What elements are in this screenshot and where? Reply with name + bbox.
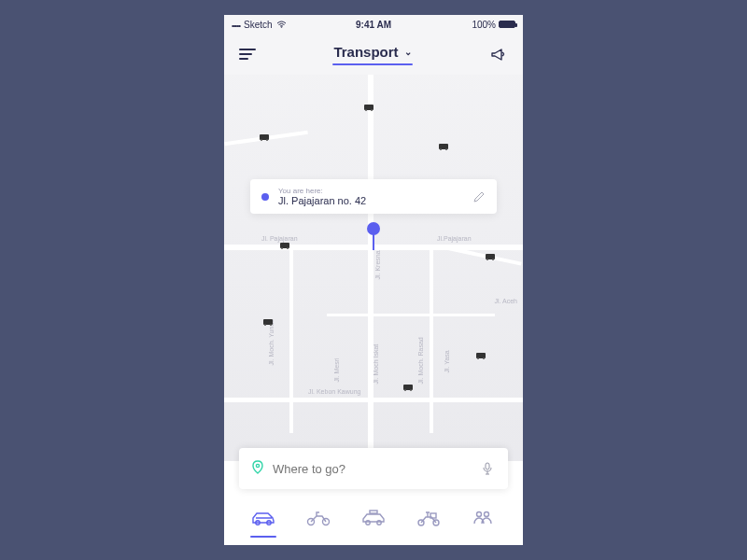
svg-point-8 bbox=[366, 521, 370, 525]
vehicle-marker-icon bbox=[439, 144, 448, 149]
chevron-down-icon: ⌄ bbox=[404, 47, 412, 57]
road-label: Jl. Kebon Kawung bbox=[308, 388, 360, 395]
header-title-dropdown[interactable]: Transport ⌄ bbox=[332, 44, 413, 65]
svg-point-14 bbox=[485, 512, 489, 517]
road-label: Jl. Moch. Rasad bbox=[417, 337, 424, 384]
vehicle-marker-icon bbox=[476, 353, 486, 358]
battery-icon bbox=[499, 21, 515, 28]
road-label: Jl. Moch. Yunus bbox=[268, 319, 275, 365]
vehicle-marker-icon bbox=[260, 134, 269, 140]
location-address: Jl. Pajajaran no. 42 bbox=[278, 195, 463, 206]
vehicle-marker-icon bbox=[280, 243, 289, 248]
location-dot-icon bbox=[261, 193, 269, 201]
bottom-panel bbox=[224, 461, 523, 545]
signal-dots-icon bbox=[232, 20, 240, 30]
destination-input[interactable] bbox=[273, 462, 472, 476]
clock: 9:41 AM bbox=[356, 20, 391, 30]
destination-pin-icon bbox=[252, 460, 263, 477]
location-label: You are here: bbox=[278, 187, 463, 195]
vehicle-type-selector bbox=[224, 502, 523, 545]
announcements-icon[interactable] bbox=[489, 45, 508, 63]
vehicle-motorbike[interactable] bbox=[298, 504, 339, 532]
menu-icon[interactable] bbox=[239, 49, 256, 60]
road-label: Jl.Pajajaran bbox=[437, 235, 472, 242]
current-location-pin-icon bbox=[367, 222, 380, 235]
vehicle-taxi[interactable] bbox=[353, 504, 394, 532]
road-label: Jl. Mesri bbox=[333, 357, 340, 382]
svg-rect-2 bbox=[486, 463, 489, 469]
svg-point-1 bbox=[256, 464, 259, 467]
vehicle-car[interactable] bbox=[243, 504, 284, 532]
edit-pencil-icon[interactable] bbox=[472, 190, 486, 203]
current-location-card[interactable]: You are here: Jl. Pajajaran no. 42 bbox=[250, 179, 497, 214]
road-label: Jl. Pajajaran bbox=[261, 235, 298, 242]
title-underline bbox=[332, 63, 413, 65]
road-label: Jl. Yasa bbox=[444, 350, 450, 372]
vehicle-courier[interactable] bbox=[408, 504, 449, 532]
road-label: Jl. Aceh bbox=[494, 298, 517, 304]
svg-rect-7 bbox=[370, 511, 377, 513]
vehicle-marker-icon bbox=[263, 319, 273, 325]
phone-frame: Sketch 9:41 AM 100% Transport ⌄ bbox=[224, 15, 523, 545]
page-title: Transport bbox=[333, 44, 398, 60]
svg-point-9 bbox=[377, 521, 381, 525]
svg-point-0 bbox=[280, 26, 282, 28]
battery-percent: 100% bbox=[472, 20, 496, 30]
vehicle-marker-icon bbox=[364, 105, 374, 110]
vehicle-carpool[interactable] bbox=[463, 504, 504, 532]
carrier-label: Sketch bbox=[244, 20, 273, 30]
app-header: Transport ⌄ bbox=[224, 34, 523, 75]
vehicle-marker-icon bbox=[403, 385, 413, 390]
wifi-icon bbox=[276, 20, 287, 30]
road-label: Jl. Kresna bbox=[374, 250, 381, 279]
status-bar: Sketch 9:41 AM 100% bbox=[224, 15, 523, 34]
vehicle-marker-icon bbox=[486, 254, 495, 259]
road-label: Jl. Moch Iskat bbox=[373, 344, 379, 385]
svg-point-13 bbox=[477, 512, 482, 517]
destination-search[interactable] bbox=[239, 448, 508, 489]
microphone-icon[interactable] bbox=[482, 462, 495, 475]
